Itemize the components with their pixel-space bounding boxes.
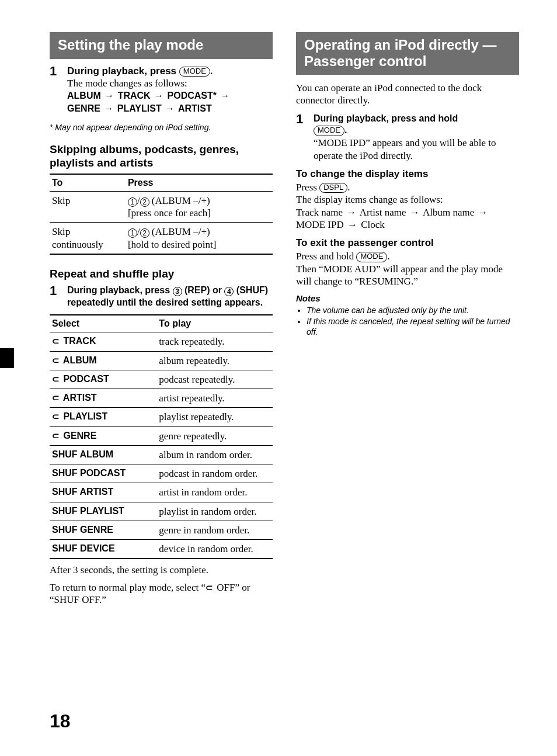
- section-heading-play-mode: Setting the play mode: [50, 32, 273, 59]
- table-row: ⊂ ARTISTartist repeatedly.: [50, 389, 273, 408]
- cell-to-play: genre repeatedly.: [156, 426, 273, 445]
- step-1-right: 1 During playback, press and hold MODE. …: [296, 113, 519, 162]
- mode-sequence: ALBUM → TRACK → PODCAST* → GENRE → PLAYL…: [67, 89, 273, 116]
- section-heading-passenger: Operating an iPod directly — Passenger c…: [296, 32, 519, 75]
- step-period: .: [210, 65, 213, 77]
- dspl-button-label: DSPL: [319, 183, 347, 193]
- skip-table: To Press Skip1/2 (ALBUM –/+)[press once …: [50, 174, 273, 255]
- table-row: ⊂ TRACKtrack repeatedly.: [50, 332, 273, 351]
- subheading-exit-passenger: To exit the passenger control: [296, 237, 519, 249]
- mode-button-label: MODE: [356, 252, 387, 262]
- step-1-repeat: 1 During playback, press 3 (REP) or 4 (S…: [50, 285, 273, 309]
- step-lead: During playback, press: [67, 65, 179, 77]
- cell-press: 1/2 (ALBUM –/+)[press once for each]: [126, 191, 273, 223]
- mode-button-label: MODE: [179, 67, 210, 77]
- circled-1-icon: 1: [128, 228, 137, 238]
- text: (REP) or: [182, 285, 225, 295]
- subheading-display-items: To change the display items: [296, 168, 519, 180]
- table-row: ⊂ PODCASTpodcast repeatedly.: [50, 370, 273, 389]
- asterisk-note: * May not appear depending on iPod setti…: [50, 123, 273, 133]
- cell-to-play: album in random order.: [156, 445, 273, 464]
- text: During playback, press and hold: [314, 113, 458, 123]
- intro-text: You can operate an iPod connected to the…: [296, 82, 519, 107]
- subheading-repeat-shuffle: Repeat and shuffle play: [50, 268, 273, 281]
- cell-to-play: artist in random order.: [156, 483, 273, 502]
- step-number: 1: [50, 65, 61, 116]
- circled-1-icon: 1: [128, 197, 137, 207]
- cell-select: ⊂ PLAYLIST: [50, 408, 156, 426]
- circled-3-icon: 3: [173, 287, 182, 296]
- table-row: SHUF DEVICEdevice in random order.: [50, 540, 273, 559]
- cell-to-play: artist repeatedly.: [156, 389, 273, 408]
- cell-select: SHUF PODCAST: [50, 464, 156, 483]
- cell-to-play: podcast in random order.: [156, 464, 273, 483]
- repeat-icon: ⊂: [52, 336, 58, 347]
- cell-to-play: playlist repeatedly.: [156, 408, 273, 426]
- repeat-icon: ⊂: [52, 431, 58, 442]
- column-container: Setting the play mode 1 During playback,…: [50, 32, 519, 606]
- page: Setting the play mode 1 During playback,…: [0, 0, 557, 756]
- table-header: To play: [156, 315, 273, 332]
- notes-heading: Notes: [296, 293, 519, 304]
- table-row: SHUF ALBUMalbum in random order.: [50, 445, 273, 464]
- repeat-icon: ⊂: [52, 355, 58, 366]
- table-header: To: [50, 174, 126, 192]
- notes-list: The volume can be adjusted only by the u…: [296, 306, 519, 338]
- circled-2-icon: 2: [140, 228, 149, 238]
- cell-select: SHUF PLAYLIST: [50, 502, 156, 521]
- cell-to-play: track repeatedly.: [156, 332, 273, 351]
- cell-select: SHUF DEVICE: [50, 540, 156, 559]
- text: During playback, press: [67, 285, 173, 295]
- press-hold-mode: Press and hold MODE.: [296, 250, 519, 262]
- display-sequence: Track name → Artist name → Album name → …: [296, 206, 519, 231]
- step-body: During playback, press 3 (REP) or 4 (SHU…: [67, 285, 273, 309]
- subheading-skipping: Skipping albums, podcasts, genres, playl…: [50, 143, 273, 170]
- repeat-icon: ⊂: [52, 411, 58, 422]
- step-body: During playback, press MODE. The mode ch…: [67, 65, 273, 116]
- cell-select: ⊂ TRACK: [50, 332, 156, 351]
- cell-select: SHUF ARTIST: [50, 483, 156, 502]
- press-dspl: Press DSPL.: [296, 181, 519, 193]
- table-header: Select: [50, 315, 156, 332]
- cell-press: 1/2 (ALBUM –/+)[hold to desired point]: [126, 223, 273, 254]
- display-change-text: The display items change as follows:: [296, 193, 519, 206]
- step-number: 1: [296, 113, 308, 162]
- return-text: To return to normal play mode, select “⊂…: [50, 581, 273, 606]
- cell-select: ⊂ ARTIST: [50, 389, 156, 408]
- cell-select: SHUF GENRE: [50, 521, 156, 539]
- cell-select: ⊂ ALBUM: [50, 351, 156, 370]
- repeat-icon: ⊂: [206, 582, 212, 594]
- step-number: 1: [50, 285, 61, 309]
- cell-select: SHUF ALBUM: [50, 445, 156, 464]
- cell-to-play: device in random order.: [156, 540, 273, 559]
- table-row: ⊂ GENREgenre repeatedly.: [50, 426, 273, 445]
- left-column: Setting the play mode 1 During playback,…: [50, 32, 273, 606]
- repeat-icon: ⊂: [52, 393, 58, 404]
- cell-to-play: podcast repeatedly.: [156, 370, 273, 389]
- table-row: ⊂ PLAYLISTplaylist repeatedly.: [50, 408, 273, 426]
- table-row: ⊂ ALBUMalbum repeatedly.: [50, 351, 273, 370]
- table-row: SHUF GENREgenre in random order.: [50, 521, 273, 539]
- cell-to-play: playlist in random order.: [156, 502, 273, 521]
- text: .: [344, 125, 347, 135]
- cell-to: Skip: [50, 191, 126, 223]
- step-sub: “MODE IPD” appears and you will be able …: [314, 137, 519, 162]
- cell-to-play: album repeatedly.: [156, 351, 273, 370]
- table-header: Press: [126, 174, 273, 192]
- side-tab: [0, 348, 14, 368]
- table-row: Skip continuously1/2 (ALBUM –/+)[hold to…: [50, 223, 273, 254]
- repeat-shuffle-table: Select To play ⊂ TRACKtrack repeatedly.⊂…: [50, 314, 273, 559]
- step-body: During playback, press and hold MODE. “M…: [314, 113, 519, 162]
- cell-to: Skip continuously: [50, 223, 126, 254]
- circled-4-icon: 4: [224, 287, 234, 296]
- mode-button-label: MODE: [314, 126, 344, 136]
- repeat-icon: ⊂: [52, 374, 58, 385]
- page-number: 18: [50, 709, 71, 733]
- circled-2-icon: 2: [140, 197, 149, 207]
- table-row: SHUF ARTISTartist in random order.: [50, 483, 273, 502]
- step-sub: The mode changes as follows:: [67, 77, 273, 89]
- cell-to-play: genre in random order.: [156, 521, 273, 539]
- table-row: SHUF PLAYLISTplaylist in random order.: [50, 502, 273, 521]
- right-column: Operating an iPod directly — Passenger c…: [296, 32, 519, 606]
- list-item: If this mode is canceled, the repeat set…: [307, 317, 519, 337]
